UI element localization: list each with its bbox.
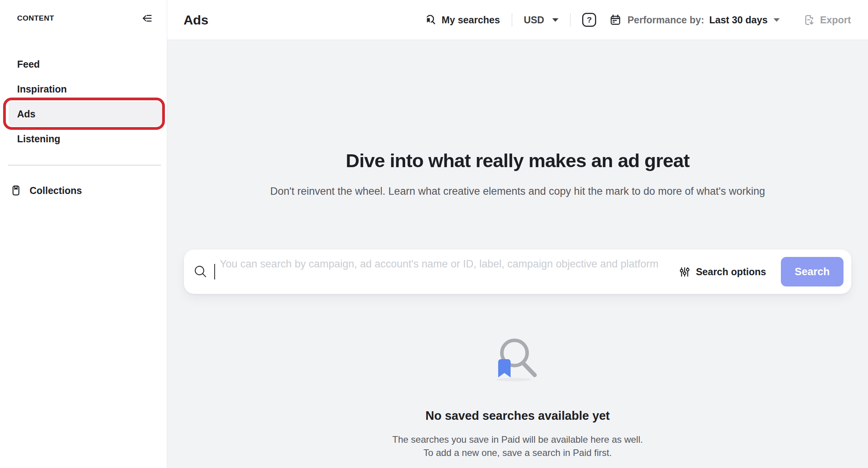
content-area: Dive into what really makes an ad great … bbox=[167, 40, 868, 468]
topbar: Ads My searches USD bbox=[167, 0, 868, 40]
currency-dropdown[interactable]: USD bbox=[524, 14, 559, 26]
magnifier-bookmark-illustration bbox=[495, 337, 540, 382]
empty-state: No saved searches available yet The sear… bbox=[392, 337, 643, 459]
topbar-controls: My searches USD ? bbox=[424, 13, 851, 27]
empty-state-line2: To add a new one, save a search in Paid … bbox=[392, 446, 643, 459]
sidebar-collapse-button[interactable] bbox=[141, 12, 153, 24]
main-area: Ads My searches USD bbox=[167, 0, 868, 468]
sidebar-item-inspiration[interactable]: Inspiration bbox=[9, 77, 162, 101]
sidebar-section-label: CONTENT bbox=[17, 14, 54, 23]
sidebar-item-label: Ads bbox=[17, 108, 35, 120]
sidebar-item-label: Listening bbox=[17, 133, 60, 145]
empty-state-line1: The searches you save in Paid will be av… bbox=[392, 433, 643, 446]
search-options-button[interactable]: Search options bbox=[679, 266, 766, 278]
search-button[interactable]: Search bbox=[781, 257, 844, 286]
text-cursor bbox=[214, 264, 215, 279]
collections-label: Collections bbox=[30, 185, 82, 196]
calendar-icon bbox=[609, 14, 621, 26]
empty-state-title: No saved searches available yet bbox=[425, 409, 610, 423]
divider bbox=[512, 13, 512, 26]
search-bar: You can search by campaign, ad account's… bbox=[184, 250, 851, 294]
help-button[interactable]: ? bbox=[582, 13, 596, 27]
export-label: Export bbox=[820, 14, 851, 26]
performance-period-dropdown[interactable]: Performance by: Last 30 days bbox=[609, 14, 779, 26]
performance-by-label: Performance by: bbox=[627, 14, 704, 26]
empty-state-description: The searches you save in Paid will be av… bbox=[392, 433, 643, 459]
file-download-icon bbox=[803, 14, 815, 26]
question-mark-icon: ? bbox=[587, 15, 592, 24]
my-searches-label: My searches bbox=[442, 14, 500, 26]
hero-subheading: Don't reinvent the wheel. Learn what cre… bbox=[270, 185, 765, 197]
sidebar-item-label: Feed bbox=[17, 59, 40, 70]
sidebar-item-label: Inspiration bbox=[17, 84, 67, 95]
sidebar-item-collections[interactable]: Collections bbox=[10, 181, 161, 200]
search-placeholder: You can search by campaign, ad account's… bbox=[220, 260, 679, 272]
sidebar: CONTENT Feed Inspiration bbox=[0, 0, 167, 468]
export-button[interactable]: Export bbox=[803, 14, 851, 26]
sidebar-item-listening[interactable]: Listening bbox=[9, 126, 162, 151]
search-input[interactable]: You can search by campaign, ad account's… bbox=[220, 260, 679, 284]
app-window: CONTENT Feed Inspiration bbox=[0, 0, 868, 468]
sidebar-divider bbox=[8, 165, 161, 166]
chevron-down-icon bbox=[774, 18, 780, 22]
chevron-down-icon bbox=[552, 18, 558, 22]
sidebar-item-ads[interactable]: Ads bbox=[9, 101, 162, 126]
my-searches-button[interactable]: My searches bbox=[424, 13, 500, 26]
sliders-icon bbox=[679, 266, 690, 278]
collections-icon bbox=[10, 185, 22, 196]
performance-period-value: Last 30 days bbox=[709, 14, 768, 26]
search-options-label: Search options bbox=[696, 266, 766, 278]
bookmark-search-icon bbox=[424, 13, 437, 26]
currency-value: USD bbox=[524, 14, 544, 26]
page-title: Ads bbox=[184, 12, 208, 28]
sidebar-header: CONTENT bbox=[0, 0, 167, 24]
sidebar-item-feed[interactable]: Feed bbox=[9, 52, 162, 77]
collapse-left-icon bbox=[141, 12, 153, 24]
sidebar-nav: Feed Inspiration Ads Listening bbox=[9, 52, 162, 151]
search-icon bbox=[193, 264, 208, 279]
hero-heading: Dive into what really makes an ad great bbox=[346, 150, 690, 171]
divider bbox=[570, 13, 570, 26]
